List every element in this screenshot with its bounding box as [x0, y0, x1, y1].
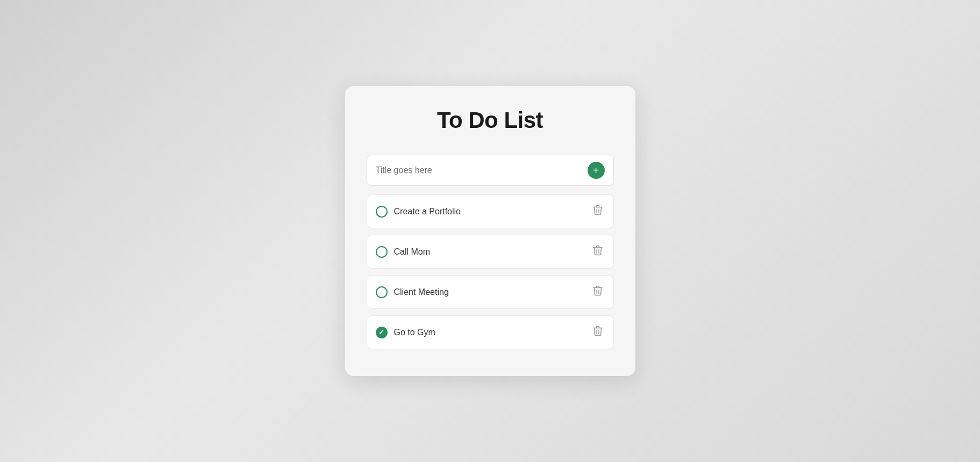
todo-checkbox[interactable] [376, 327, 388, 338]
todo-text: Call Mom [394, 247, 591, 257]
todo-checkbox[interactable] [376, 286, 388, 298]
todo-list: Create a Portfolio Call Mom Client Meeti… [367, 194, 614, 349]
add-todo-row: + [367, 155, 614, 186]
todo-item: Go to Gym [367, 315, 614, 349]
trash-icon [593, 326, 603, 339]
plus-icon: + [593, 165, 599, 176]
trash-icon [593, 245, 603, 258]
page-title: To Do List [367, 107, 614, 133]
trash-icon [593, 285, 603, 299]
delete-todo-button[interactable] [591, 323, 605, 341]
delete-todo-button[interactable] [591, 243, 605, 261]
todo-text: Client Meeting [394, 287, 591, 297]
todo-text: Create a Portfolio [394, 207, 591, 216]
todo-input[interactable] [376, 165, 588, 175]
todo-checkbox[interactable] [376, 246, 388, 258]
delete-todo-button[interactable] [591, 283, 605, 301]
todo-item: Client Meeting [367, 275, 614, 309]
todo-item: Create a Portfolio [367, 194, 614, 228]
todo-item: Call Mom [367, 235, 614, 269]
todo-card: To Do List + Create a Portfolio Call Mom… [345, 86, 635, 376]
add-todo-button[interactable]: + [588, 162, 605, 179]
delete-todo-button[interactable] [591, 203, 605, 220]
todo-text: Go to Gym [394, 328, 591, 337]
todo-checkbox[interactable] [376, 206, 388, 218]
trash-icon [593, 205, 603, 218]
